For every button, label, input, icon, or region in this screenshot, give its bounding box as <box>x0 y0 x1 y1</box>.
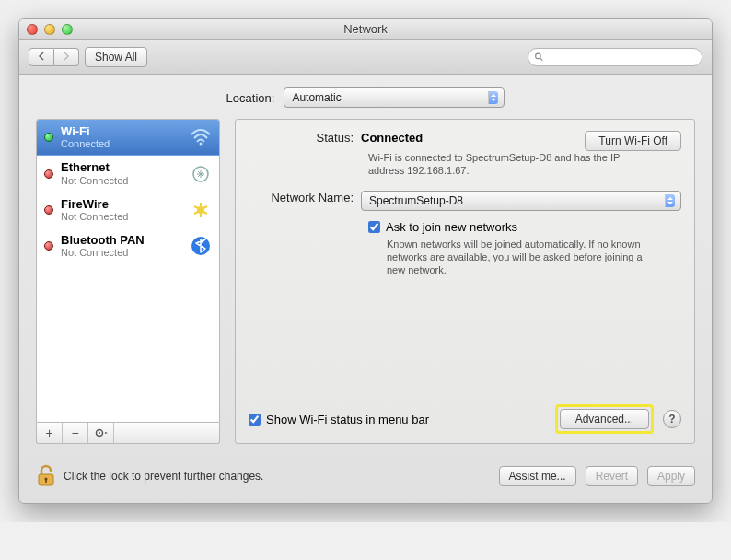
lock-icon <box>36 464 56 488</box>
nav-segment <box>29 48 79 66</box>
sidebar-item-status: Not Connected <box>61 175 180 186</box>
footer: Click the lock to prevent further change… <box>19 453 712 503</box>
show-wifi-menubar-input[interactable] <box>249 414 261 426</box>
chevron-left-icon <box>37 52 46 61</box>
sidebar-item-wifi[interactable]: Wi-Fi Connected <box>37 120 219 156</box>
sidebar-item-bluetooth-pan[interactable]: Bluetooth PAN Not Connected <box>37 228 219 264</box>
status-dot-icon <box>44 241 53 251</box>
sidebar-item-firewire[interactable]: FireWire Not Connected <box>37 192 219 228</box>
back-button[interactable] <box>29 48 54 66</box>
ask-to-join-label: Ask to join new networks <box>386 220 517 234</box>
svg-point-7 <box>99 432 100 434</box>
bluetooth-icon <box>188 235 214 257</box>
show-all-button[interactable]: Show All <box>85 47 147 67</box>
service-list[interactable]: Wi-Fi Connected Ethernet Not Connected <box>36 119 220 423</box>
status-description: Wi-Fi is connected to SpectrumSetup-D8 a… <box>368 151 626 178</box>
titlebar[interactable]: Network <box>19 19 712 40</box>
network-name-popup[interactable]: SpectrumSetup-D8 <box>361 191 681 211</box>
gear-icon <box>94 427 109 438</box>
detail-panel: Status: Connected Turn Wi-Fi Off Wi-Fi i… <box>235 119 695 444</box>
remove-service-button[interactable]: − <box>63 423 88 443</box>
wifi-icon <box>188 126 214 148</box>
ask-to-join-checkbox[interactable]: Ask to join new networks <box>368 220 681 234</box>
toolbar: Show All <box>19 40 712 75</box>
window-title: Network <box>19 22 712 36</box>
network-name-value: SpectrumSetup-D8 <box>369 194 463 207</box>
sidebar: Wi-Fi Connected Ethernet Not Connected <box>36 119 220 444</box>
forward-button[interactable] <box>54 48 79 66</box>
columns: Wi-Fi Connected Ethernet Not Connected <box>36 119 695 444</box>
sidebar-item-status: Connected <box>61 138 180 149</box>
lock-area[interactable]: Click the lock to prevent further change… <box>36 464 263 488</box>
status-row: Status: Connected Turn Wi-Fi Off <box>249 131 681 151</box>
network-name-row: Network Name: SpectrumSetup-D8 <box>249 191 681 211</box>
show-wifi-menubar-label: Show Wi-Fi status in menu bar <box>266 413 429 426</box>
revert-button[interactable]: Revert <box>586 466 638 486</box>
location-popup[interactable]: Automatic <box>284 88 505 108</box>
status-dot-icon <box>44 169 53 179</box>
apply-button[interactable]: Apply <box>647 466 695 486</box>
advanced-button[interactable]: Advanced... <box>560 409 649 429</box>
search-field[interactable] <box>528 48 702 66</box>
network-name-label: Network Name: <box>249 191 361 211</box>
add-service-button[interactable]: + <box>37 423 63 443</box>
close-icon[interactable] <box>27 24 38 35</box>
svg-point-2 <box>200 143 203 146</box>
svg-point-0 <box>536 53 540 58</box>
turn-wifi-off-button[interactable]: Turn Wi-Fi Off <box>585 131 681 151</box>
ask-to-join-input[interactable] <box>368 221 380 233</box>
show-wifi-menubar-checkbox[interactable]: Show Wi-Fi status in menu bar <box>249 413 429 426</box>
search-icon <box>534 52 544 63</box>
status-dot-icon <box>44 205 53 215</box>
advanced-highlight: Advanced... <box>555 404 654 434</box>
bottom-row: Show Wi-Fi status in menu bar Advanced..… <box>249 404 681 434</box>
help-button[interactable]: ? <box>663 410 681 428</box>
svg-rect-10 <box>45 479 47 483</box>
sidebar-item-label: FireWire <box>61 198 180 211</box>
sidebar-item-status: Not Connected <box>61 211 180 222</box>
sidebar-item-label: Ethernet <box>61 161 180 174</box>
status-label: Status: <box>249 131 361 145</box>
sidebar-item-label: Bluetooth PAN <box>61 234 180 247</box>
minimize-icon[interactable] <box>44 24 55 35</box>
sidebar-item-ethernet[interactable]: Ethernet Not Connected <box>37 156 219 192</box>
sidebar-item-status: Not Connected <box>61 247 180 258</box>
footer-buttons: Assist me... Revert Apply <box>499 466 695 486</box>
status-dot-icon <box>44 133 53 142</box>
location-label: Location: <box>226 91 275 105</box>
ask-to-join-description: Known networks will be joined automatica… <box>387 238 644 277</box>
search-input[interactable] <box>548 52 696 63</box>
chevron-right-icon <box>62 52 71 61</box>
network-preferences-window: Network Show All Location: Automatic <box>18 18 713 504</box>
assist-me-button[interactable]: Assist me... <box>499 466 576 486</box>
status-value: Connected <box>361 131 575 145</box>
sidebar-item-label: Wi-Fi <box>61 125 180 138</box>
zoom-icon[interactable] <box>62 24 73 35</box>
firewire-icon <box>188 199 214 221</box>
content-area: Location: Automatic Wi-Fi Connected <box>19 75 712 453</box>
service-list-footer: + − <box>36 423 220 444</box>
action-menu-button[interactable] <box>88 423 114 443</box>
svg-line-1 <box>540 58 543 61</box>
ethernet-icon <box>188 163 214 185</box>
window-controls <box>27 24 73 35</box>
location-value: Automatic <box>292 91 341 104</box>
lock-text: Click the lock to prevent further change… <box>64 470 263 483</box>
location-row: Location: Automatic <box>36 88 695 108</box>
